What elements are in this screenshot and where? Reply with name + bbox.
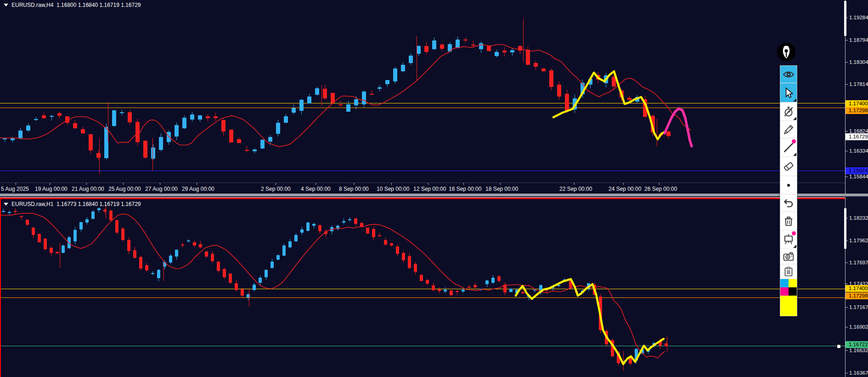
chart2-title: EURUSD.raw,H1 1.16773 1.16840 1.16719 1.… (11, 201, 141, 207)
candle-body (253, 285, 256, 290)
clear-all-button[interactable] (780, 212, 797, 230)
dot-size-button[interactable] (780, 176, 797, 194)
candle-body (306, 223, 310, 231)
candle-body (468, 287, 471, 288)
chart1-time-axis[interactable]: 5 Aug 202519 Aug 00:0021 Aug 00:0025 Aug… (0, 183, 868, 194)
screenshot-button[interactable] (780, 249, 797, 264)
candle-body (199, 244, 202, 247)
candle-body (338, 104, 343, 105)
price-label: 1.16367 (849, 370, 868, 376)
whiteboard-tool-button[interactable] (780, 230, 797, 249)
drawing-toolbar (780, 65, 797, 316)
price-label-highlight: 1.15924 (845, 167, 868, 174)
candle-body (157, 270, 160, 278)
eraser-tool-button[interactable] (780, 157, 797, 176)
candle-body (596, 75, 600, 80)
chart-menu-arrow-icon[interactable] (4, 203, 8, 206)
candle-body (456, 291, 459, 292)
price-label-highlight: 1.16729 (845, 133, 868, 140)
candle-body (336, 226, 339, 229)
candle-body (588, 79, 592, 85)
candle-spike-wick (99, 138, 100, 174)
price-tick (845, 263, 848, 263)
chart-scrollbar-thumb[interactable] (844, 1, 846, 36)
candles-layer (0, 0, 845, 183)
color-swatch-yellow[interactable] (789, 279, 797, 287)
eye-icon (783, 69, 795, 80)
candle-body (611, 340, 614, 357)
pencil-tool-button[interactable] (780, 121, 797, 138)
color-swatch-cyan[interactable] (780, 279, 789, 287)
candle-body (390, 243, 393, 246)
pencil-icon (783, 124, 795, 136)
candle-body (502, 51, 507, 52)
candle-body (50, 248, 53, 253)
chart-menu-arrow-icon[interactable] (4, 4, 8, 6)
candle-body (50, 116, 54, 117)
price-tick (845, 373, 848, 373)
current-color-swatch[interactable] (780, 296, 797, 316)
time-axis-tick (197, 183, 197, 185)
candle-body (182, 118, 186, 128)
chart1-price-scale[interactable]: 1.192841.187941.183041.178141.174001.172… (845, 0, 868, 194)
clipboard-icon (783, 266, 794, 277)
candle-body (73, 123, 77, 128)
candle-body (651, 116, 655, 132)
candle-body (300, 229, 304, 233)
price-label: 1.16632 (849, 347, 868, 354)
candle-body (440, 45, 444, 49)
time-axis-tick (428, 183, 428, 185)
candle-body (190, 114, 194, 119)
tool-flyout-corner (793, 245, 796, 248)
candle-body (229, 130, 233, 143)
clipboard-button[interactable] (780, 264, 797, 279)
candle-body (20, 216, 23, 217)
candle-body (276, 255, 280, 259)
chart2-frame-red-top (0, 198, 845, 199)
candle-body (593, 285, 596, 295)
candle-body (109, 211, 113, 220)
trading-terminal: EURUSD.raw,H4 1.16800 1.16840 1.16719 1.… (0, 0, 868, 377)
line-anchor-handle[interactable] (837, 344, 841, 348)
chart-pane-h4[interactable] (0, 0, 845, 183)
candle-body (223, 269, 226, 278)
candle-body (181, 245, 184, 246)
candle-body (96, 153, 101, 158)
candle-body (491, 278, 495, 283)
candle-body (214, 116, 218, 118)
candle-body (587, 283, 590, 289)
timer-tool-button[interactable] (780, 103, 797, 121)
candle-body (128, 112, 132, 122)
chart-scrollbar-thumb[interactable] (844, 208, 846, 249)
candle-body (323, 89, 327, 98)
chart2-title-row: EURUSD.raw,H1 1.16773 1.16840 1.16719 1.… (4, 201, 141, 207)
eye-tool-button[interactable] (780, 66, 797, 83)
candle-body (312, 224, 316, 225)
candle-body (360, 223, 363, 227)
candle-body (175, 125, 179, 137)
price-tick (845, 350, 848, 351)
color-swatch-magenta[interactable] (780, 287, 789, 296)
time-axis-label: 19 Aug 00:00 (35, 186, 68, 192)
time-axis-tick (463, 183, 464, 185)
price-tick (845, 327, 848, 327)
select-tool-button[interactable] (780, 83, 797, 103)
candle-body (450, 291, 453, 295)
candle-body (42, 115, 46, 118)
eraser-icon (783, 160, 795, 172)
chart1-title: EURUSD.raw,H4 1.16800 1.16840 1.16719 1.… (11, 2, 141, 8)
time-axis-label: 22 Sep 00:00 (559, 186, 592, 192)
candle-body (14, 211, 17, 212)
undo-button[interactable] (780, 194, 797, 212)
color-swatch-black[interactable] (789, 287, 797, 296)
time-axis-label: 24 Sep 00:00 (609, 186, 641, 192)
chart2-price-scale[interactable]: 1.182321.179621.176971.174321.174001.172… (845, 197, 868, 377)
candle-body (34, 119, 38, 120)
time-axis-label: 2 Sep 00:00 (261, 186, 291, 192)
candle-body (284, 116, 288, 123)
candle-spike-wick (249, 289, 249, 307)
pen-app-logo[interactable] (777, 42, 796, 62)
candle-body (121, 228, 124, 240)
chart-pane-h1[interactable] (0, 199, 845, 377)
line-tool-button[interactable] (780, 138, 797, 157)
